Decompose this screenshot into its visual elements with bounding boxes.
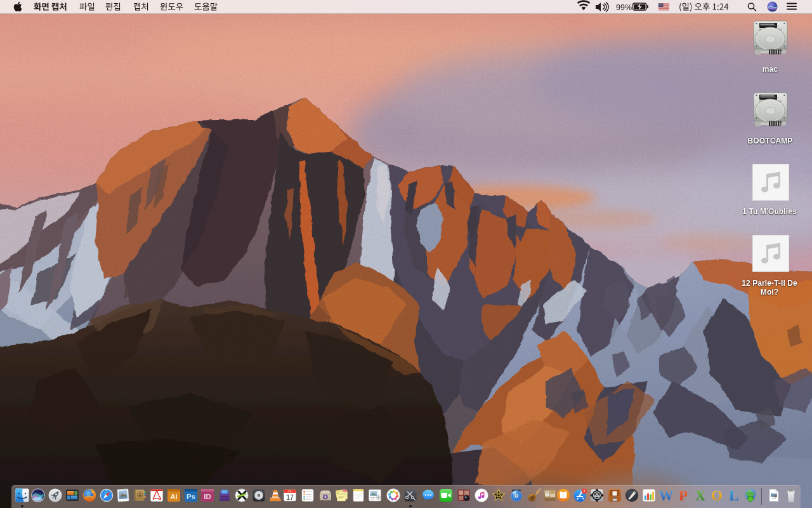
svg-text:P: P (678, 488, 687, 502)
svg-text:X: X (695, 488, 705, 502)
svg-text:ID: ID (204, 493, 211, 500)
svg-text:Ps: Ps (187, 493, 195, 500)
svg-text:99%: 99% (616, 3, 632, 12)
svg-text:O: O (711, 488, 723, 502)
svg-text:W: W (659, 488, 673, 502)
svg-text:Ai: Ai (170, 493, 178, 500)
svg-text:4: 4 (583, 489, 585, 493)
svg-text:L: L (729, 488, 738, 502)
svg-text:17: 17 (286, 493, 294, 501)
